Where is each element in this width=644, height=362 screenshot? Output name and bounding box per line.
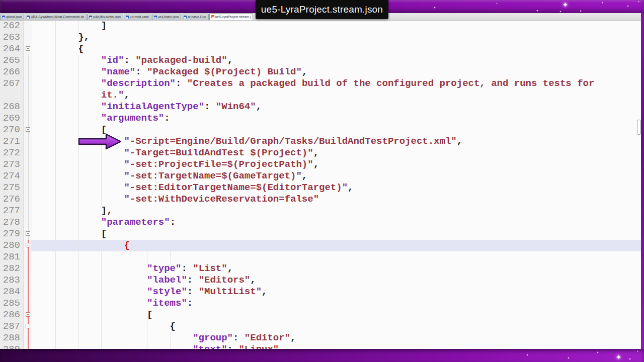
line-number: 282 bbox=[0, 263, 20, 275]
line-number: 273 bbox=[0, 159, 20, 170]
indent-guide bbox=[101, 182, 102, 194]
fold-marker-icon[interactable] bbox=[26, 312, 30, 317]
code-line-262[interactable]: 262] bbox=[0, 20, 641, 32]
code-text: }, bbox=[78, 32, 90, 43]
code-line-282[interactable]: 282"type": "List", bbox=[0, 263, 641, 275]
code-line-273[interactable]: 273"-set:ProjectFile=$(ProjectPath)", bbox=[0, 159, 641, 170]
indent-guide bbox=[78, 55, 78, 66]
indent-guide bbox=[101, 170, 102, 182]
tab-4[interactable]: v.x.mod.xaml bbox=[124, 14, 151, 20]
code-line-266[interactable]: 266"name": "Packaged $(Project) Build", bbox=[0, 66, 641, 78]
tab-label: ue5-LyraProject.stream.j bbox=[215, 15, 251, 19]
saved-file-icon bbox=[27, 16, 30, 19]
code-line-280[interactable]: 280{ bbox=[0, 240, 641, 251]
code-line-274[interactable]: 274"-set:TargetName=$(GameTarget)", bbox=[0, 170, 641, 182]
code-line-271[interactable]: 271"-Script=Engine/Build/Graph/Tasks/Bui… bbox=[0, 136, 641, 147]
indent-guide bbox=[55, 101, 56, 113]
code-text: "-Target=BuildAndTest $(Project)", bbox=[124, 147, 319, 159]
code-line-269[interactable]: 269"arguments": bbox=[0, 113, 641, 124]
indent-guide bbox=[124, 286, 124, 298]
line-number: 283 bbox=[0, 275, 20, 286]
indent-guide bbox=[124, 298, 124, 309]
vertical-scrollbar-thumb[interactable] bbox=[637, 120, 641, 135]
indent-guide bbox=[55, 43, 56, 55]
tab-label: ue4.basic.json bbox=[158, 15, 179, 19]
code-text: [ bbox=[147, 309, 152, 321]
code-line-281[interactable]: 281 bbox=[0, 251, 641, 263]
code-line-276[interactable]: 276"-set:WithDeviceReservation=false" bbox=[0, 194, 641, 205]
code-text: "-Script=Engine/Build/Graph/Tasks/BuildA… bbox=[124, 136, 462, 147]
code-line-267[interactable]: 267"description": "Creates a packaged bu… bbox=[0, 78, 641, 89]
indent-guide bbox=[78, 20, 78, 32]
sparkle-decoration bbox=[434, 7, 436, 9]
video-title-overlay: ue5-LyraProject.stream.json bbox=[256, 0, 388, 19]
code-line-wrap[interactable]: it.", bbox=[0, 89, 641, 101]
indent-guide bbox=[147, 321, 147, 332]
code-line-263[interactable]: 263}, bbox=[0, 32, 641, 43]
code-text: "parameters": bbox=[101, 217, 176, 228]
indent-guide bbox=[78, 217, 78, 228]
code-line-268[interactable]: 268"initialAgentType": "Win64", bbox=[0, 101, 641, 113]
code-text: "arguments": bbox=[101, 113, 170, 124]
sparkle-decoration bbox=[496, 3, 498, 4]
indent-guide bbox=[78, 78, 78, 89]
code-text: "-set:TargetName=$(GameTarget)", bbox=[124, 170, 307, 182]
indent-guide bbox=[78, 205, 78, 217]
tab-3[interactable]: p4vUtils.alerts.json bbox=[87, 14, 123, 20]
code-text: "type": "List", bbox=[147, 263, 233, 275]
sparkle-decoration bbox=[580, 10, 582, 12]
indent-guide bbox=[124, 263, 124, 275]
saved-file-icon bbox=[154, 16, 157, 19]
indent-guide bbox=[78, 263, 78, 275]
indent-guide bbox=[170, 332, 171, 344]
code-line-275[interactable]: 275"-set:EditorTargetName=$(EditorTarget… bbox=[0, 182, 641, 194]
sparkle-decoration: ✦ bbox=[562, 2, 565, 4]
code-line-265[interactable]: 265"id": "packaged-build", bbox=[0, 55, 641, 66]
tab-5[interactable]: ue4.basic.json bbox=[152, 14, 182, 20]
code-text: "group": "Editor", bbox=[193, 332, 296, 344]
tab-2[interactable]: UBA-SysAdmin-What-Commands.txt bbox=[25, 14, 87, 20]
line-number: 266 bbox=[0, 66, 20, 78]
indent-guide bbox=[101, 275, 102, 286]
sparkle-decoration bbox=[536, 10, 538, 12]
indent-guide bbox=[78, 228, 78, 240]
sparkle-decoration bbox=[602, 2, 603, 4]
code-line-288[interactable]: 288"group": "Editor", bbox=[0, 332, 641, 344]
right-decorative-strip bbox=[641, 0, 644, 362]
tab-label: v.x.mod.xaml bbox=[130, 15, 149, 19]
tab-1[interactable]: global.json bbox=[0, 14, 24, 20]
line-number: 272 bbox=[0, 147, 20, 159]
code-line-277[interactable]: 277], bbox=[0, 205, 641, 217]
indent-guide bbox=[55, 228, 56, 240]
code-line-279[interactable]: 279[ bbox=[0, 228, 641, 240]
saved-file-icon bbox=[184, 16, 187, 19]
code-text: "style": "MultiList", bbox=[147, 286, 267, 298]
saved-file-icon bbox=[126, 16, 129, 19]
code-editor[interactable]: 262]263},264{265"id": "packaged-build",2… bbox=[0, 20, 641, 349]
indent-guide bbox=[101, 309, 102, 321]
tab-7[interactable]: ue5-LyraProject.stream.j bbox=[209, 13, 254, 20]
fold-marker-icon[interactable] bbox=[26, 324, 30, 328]
code-line-285[interactable]: 285"items": bbox=[0, 298, 641, 309]
indent-guide bbox=[55, 55, 56, 66]
code-line-283[interactable]: 283"label": "Editors", bbox=[0, 275, 641, 286]
code-line-284[interactable]: 284"style": "MultiList", bbox=[0, 286, 641, 298]
fold-marker-icon[interactable] bbox=[26, 127, 30, 132]
code-line-287[interactable]: 287{ bbox=[0, 321, 641, 332]
indent-guide bbox=[78, 89, 78, 101]
code-line-286[interactable]: 286[ bbox=[0, 309, 641, 321]
fold-marker-icon[interactable] bbox=[26, 243, 30, 247]
tab-6[interactable]: at.basic.Goo bbox=[182, 14, 209, 20]
overlay-filename: ue5-LyraProject.stream.json bbox=[261, 4, 383, 15]
sparkle-decoration bbox=[627, 5, 629, 7]
code-text: { bbox=[124, 240, 129, 251]
fold-marker-icon[interactable] bbox=[26, 231, 30, 236]
fold-marker-icon[interactable] bbox=[26, 46, 30, 51]
indent-guide bbox=[124, 332, 124, 344]
line-number: 270 bbox=[0, 124, 20, 136]
code-line-264[interactable]: 264{ bbox=[0, 43, 641, 55]
indent-guide bbox=[78, 101, 78, 113]
code-line-278[interactable]: 278"parameters": bbox=[0, 217, 641, 228]
indent-guide bbox=[101, 321, 102, 332]
indent-guide bbox=[101, 263, 102, 275]
